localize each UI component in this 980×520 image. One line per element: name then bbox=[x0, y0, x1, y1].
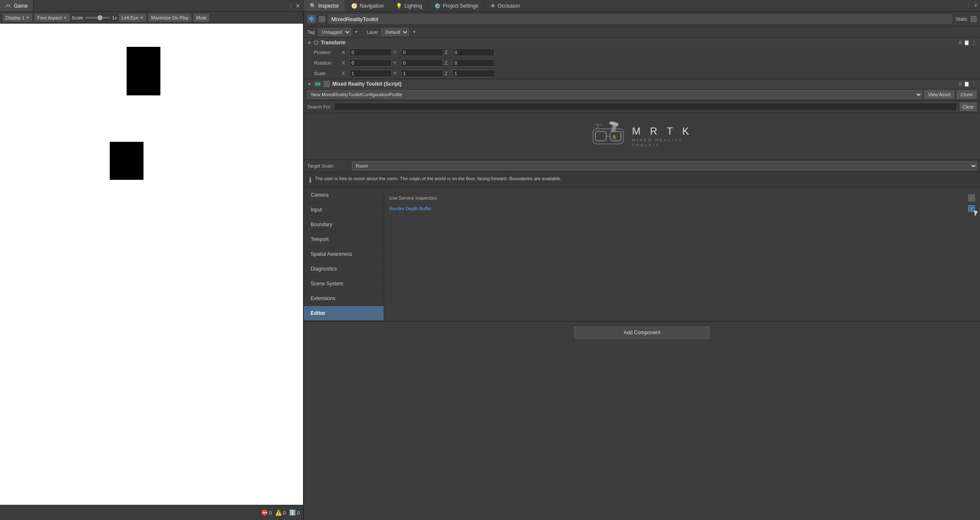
transform-icon: ⬡ bbox=[314, 40, 318, 46]
layer-label: Layer bbox=[367, 30, 379, 35]
mrtk-subtitle-2: TOOLKIT bbox=[632, 143, 692, 147]
game-panel-close[interactable]: ✕ bbox=[295, 3, 300, 9]
tab-project-settings[interactable]: ⚙️ Project Settings bbox=[428, 0, 485, 11]
service-input[interactable]: Input bbox=[304, 203, 384, 217]
service-extensions[interactable]: Extensions bbox=[304, 291, 384, 306]
rot-x-input[interactable] bbox=[349, 59, 392, 67]
mrtk-icon-svg bbox=[591, 122, 625, 151]
target-scale-selector[interactable]: Room bbox=[352, 162, 977, 170]
aspect-selector[interactable]: Free Aspect ▼ bbox=[34, 14, 70, 22]
game-canvas bbox=[0, 24, 303, 505]
rotation-row: Rotation X Y Z bbox=[304, 58, 980, 68]
pos-y-input[interactable] bbox=[401, 49, 443, 56]
render-depth-label[interactable]: Render Depth Buffer bbox=[389, 206, 965, 211]
rot-y-input[interactable] bbox=[401, 59, 443, 67]
rot-z-label: Z bbox=[445, 60, 451, 65]
tab-inspector[interactable]: 🔍 Inspector bbox=[304, 0, 345, 11]
tag-layer-row: Tag Untagged ▼ Layer Default ▼ bbox=[304, 27, 980, 38]
scale-z-input[interactable] bbox=[452, 70, 495, 77]
lighting-icon: 💡 bbox=[396, 3, 402, 9]
render-depth-checkbox[interactable]: ✓ bbox=[968, 205, 975, 212]
inspector-header: 🔷 ✓ Static bbox=[304, 12, 980, 27]
scale-x-label: X bbox=[342, 71, 348, 76]
layer-dropdown-icon: ▼ bbox=[412, 30, 416, 34]
script-copy-icon[interactable]: ⎘ bbox=[959, 81, 962, 87]
display-selector[interactable]: Display 1 ▼ bbox=[3, 14, 32, 22]
inspector-panel: 🔷 ✓ Static Tag Untagged ▼ Layer Default bbox=[304, 12, 980, 520]
scale-y-input[interactable] bbox=[401, 70, 443, 77]
object-enabled-checkbox[interactable]: ✓ bbox=[319, 16, 325, 22]
service-spatial-awareness[interactable]: Spatial Awareness bbox=[304, 247, 384, 262]
static-checkbox[interactable] bbox=[971, 16, 977, 22]
clear-button[interactable]: Clear bbox=[960, 103, 977, 111]
transform-title: Transform bbox=[321, 40, 956, 46]
inspector-panel-close[interactable]: ✕ bbox=[974, 3, 977, 8]
scale-row: Scale X Y Z bbox=[304, 68, 980, 79]
transform-component: ▼ ⬡ Transform ⎘ 📋 ⋮ Position X bbox=[304, 38, 980, 79]
mute-button[interactable]: Mute bbox=[193, 14, 209, 22]
game-object-2 bbox=[110, 142, 143, 180]
tab-occlusion[interactable]: 👁 Occlusion bbox=[485, 0, 526, 11]
service-editor[interactable]: Editor bbox=[304, 306, 384, 321]
info-icon: ℹ️ bbox=[289, 509, 296, 516]
inspector-panel-menu[interactable]: ⋮ bbox=[966, 3, 971, 8]
game-panel-menu[interactable]: ⋮ bbox=[288, 3, 294, 9]
game-icon: 🎮 bbox=[5, 3, 11, 9]
eye-selector[interactable]: Left Eye ▼ bbox=[119, 14, 146, 22]
service-camera[interactable]: Camera bbox=[304, 188, 384, 203]
tab-game[interactable]: 🎮 Game bbox=[0, 0, 33, 11]
use-service-checkbox[interactable] bbox=[968, 195, 975, 201]
transform-copy-icon[interactable]: ⎘ bbox=[959, 40, 962, 46]
scale-slider[interactable] bbox=[85, 17, 110, 19]
maximize-on-play[interactable]: Maximize On Play bbox=[148, 14, 192, 22]
occlusion-icon: 👁 bbox=[490, 3, 495, 9]
script-menu-icon[interactable]: ⋮ bbox=[972, 81, 977, 87]
target-scale-dropdown-icon: ▼ bbox=[973, 164, 977, 168]
info-count: 0 bbox=[297, 510, 300, 515]
warning-badge: ⚠️ 0 bbox=[275, 509, 286, 516]
script-enabled-checkbox[interactable]: ✓ bbox=[324, 81, 330, 87]
game-status-bar: ⛔ 0 ⚠️ 0 ℹ️ 0 bbox=[0, 505, 303, 520]
pos-x-input[interactable] bbox=[349, 49, 392, 56]
transform-header[interactable]: ▼ ⬡ Transform ⎘ 📋 ⋮ bbox=[304, 38, 980, 47]
tab-game-label: Game bbox=[14, 3, 28, 9]
use-service-label: Use Service Inspectors bbox=[389, 195, 965, 200]
position-label: Position bbox=[314, 50, 339, 55]
tab-inspector-label: Inspector bbox=[318, 3, 339, 9]
rot-y-label: Y bbox=[393, 60, 399, 65]
scale-x-input[interactable] bbox=[349, 70, 392, 77]
tag-selector[interactable]: Untagged bbox=[318, 28, 351, 36]
inspector-content: 🔷 ✓ Static Tag Untagged ▼ Layer Default bbox=[304, 12, 980, 520]
display-arrow: ▼ bbox=[26, 16, 30, 20]
service-teleport[interactable]: Teleport bbox=[304, 232, 384, 247]
scale-z-label: Z bbox=[445, 71, 451, 76]
transform-paste-icon[interactable]: 📋 bbox=[964, 40, 970, 46]
display-label: Display 1 bbox=[5, 15, 24, 20]
object-name-field[interactable] bbox=[328, 14, 952, 24]
add-component-button[interactable]: Add Component bbox=[574, 327, 709, 339]
svg-point-8 bbox=[613, 135, 615, 137]
layer-selector[interactable]: Default bbox=[382, 28, 409, 36]
service-diagnostics[interactable]: Diagnostics bbox=[304, 262, 384, 276]
tab-navigation[interactable]: 🧭 Navigation bbox=[345, 0, 390, 11]
clone-button[interactable]: Clone bbox=[957, 90, 977, 99]
rot-z-input[interactable] bbox=[452, 59, 495, 67]
static-text: Static bbox=[956, 16, 967, 22]
service-boundary[interactable]: Boundary bbox=[304, 217, 384, 232]
navigation-icon: 🧭 bbox=[351, 3, 357, 9]
eye-label: Left Eye bbox=[122, 15, 138, 20]
service-scene-system[interactable]: Scene System bbox=[304, 276, 384, 291]
profile-row: New MixedRealityToolkitConfigurationProf… bbox=[304, 89, 980, 101]
search-input[interactable] bbox=[334, 103, 957, 111]
scale-container: Scale 1x bbox=[72, 15, 117, 20]
pos-z-input[interactable] bbox=[452, 49, 495, 56]
transform-menu-icon[interactable]: ⋮ bbox=[972, 40, 977, 46]
eye-arrow: ▼ bbox=[140, 16, 143, 20]
view-asset-button[interactable]: View Asset bbox=[924, 90, 955, 99]
profile-selector[interactable]: New MixedRealityToolkitConfigurationProf… bbox=[307, 90, 922, 99]
script-paste-icon[interactable]: 📋 bbox=[964, 81, 970, 87]
script-header[interactable]: ▼ C# ✓ Mixed Reality Toolkit (Script) ⎘ … bbox=[304, 79, 980, 89]
scale-field-label: Scale bbox=[314, 71, 339, 76]
scale-label: Scale bbox=[72, 15, 84, 20]
tab-lighting[interactable]: 💡 Lighting bbox=[390, 0, 428, 11]
